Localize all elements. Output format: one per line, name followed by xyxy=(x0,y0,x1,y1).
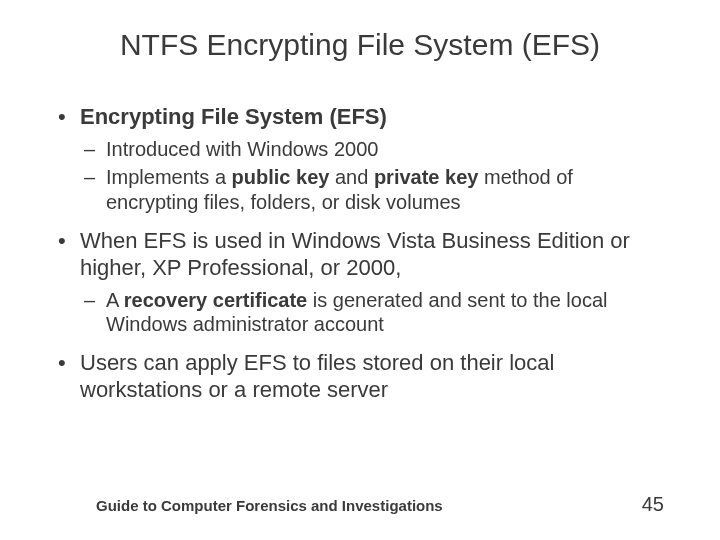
text-part: A xyxy=(106,289,124,311)
slide-content: Encrypting File System (EFS) Introduced … xyxy=(48,104,672,404)
bullet-when-efs: When EFS is used in Windows Vista Busine… xyxy=(52,228,668,336)
bullet-text: Encrypting File System (EFS) xyxy=(80,104,387,129)
bullet-users-apply: Users can apply EFS to files stored on t… xyxy=(52,350,668,404)
text-part: Implements a xyxy=(106,166,232,188)
footer-text: Guide to Computer Forensics and Investig… xyxy=(96,497,443,514)
page-number: 45 xyxy=(642,493,664,516)
text-bold-private-key: private key xyxy=(374,166,479,188)
sub-bullet-list: A recovery certificate is generated and … xyxy=(80,288,668,337)
sub-bullet-list: Introduced with Windows 2000 Implements … xyxy=(80,137,668,214)
sub-bullet-implements: Implements a public key and private key … xyxy=(80,165,668,214)
sub-bullet-introduced: Introduced with Windows 2000 xyxy=(80,137,668,161)
bullet-efs-heading: Encrypting File System (EFS) Introduced … xyxy=(52,104,668,214)
bullet-text: Users can apply EFS to files stored on t… xyxy=(80,350,554,402)
bullet-list: Encrypting File System (EFS) Introduced … xyxy=(52,104,668,404)
text-bold-recovery-cert: recovery certificate xyxy=(124,289,307,311)
text-part: and xyxy=(329,166,373,188)
slide-footer: Guide to Computer Forensics and Investig… xyxy=(0,493,720,516)
text-bold-public-key: public key xyxy=(232,166,330,188)
bullet-text: When EFS is used in Windows Vista Busine… xyxy=(80,228,630,280)
sub-bullet-recovery: A recovery certificate is generated and … xyxy=(80,288,668,337)
slide-title: NTFS Encrypting File System (EFS) xyxy=(48,28,672,62)
